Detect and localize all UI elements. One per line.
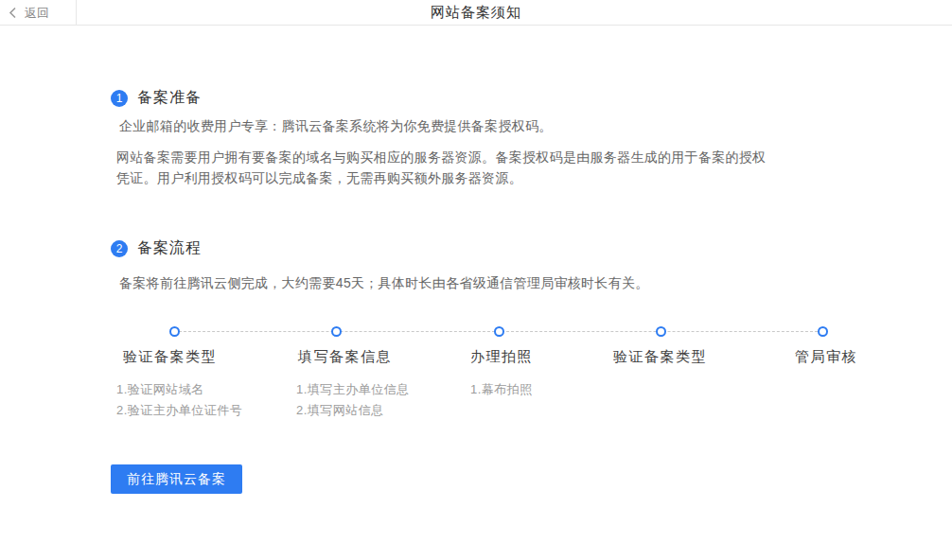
process-stepper: 验证备案类型 填写备案信息 办理拍照 验证备案类型 管局审核 1.验证网站域名 … <box>0 326 952 421</box>
step-label-authority-review: 管局审核 <box>795 348 857 366</box>
section-process-header: 2 备案流程 <box>111 238 202 258</box>
section-preparation-title: 备案准备 <box>137 88 202 108</box>
step-label-verify-type: 验证备案类型 <box>123 348 217 366</box>
step-marker-1 <box>169 326 180 337</box>
substeps-fill-info: 1.填写主办单位信息 2.填写网站信息 <box>296 379 410 421</box>
substep-item: 1.填写主办单位信息 <box>296 379 410 400</box>
preparation-paragraph-1: 企业邮箱的收费用户专享：腾讯云备案系统将为你免费提供备案授权码。 <box>119 115 553 136</box>
substep-item: 1.验证网站域名 <box>116 379 242 400</box>
substep-item: 1.幕布拍照 <box>470 379 533 400</box>
top-bar: 返回 网站备案须知 <box>0 0 952 26</box>
section-process-title: 备案流程 <box>137 238 202 258</box>
section-preparation-header: 1 备案准备 <box>111 88 202 108</box>
page-title: 网站备案须知 <box>0 0 952 26</box>
step-marker-5 <box>818 326 828 337</box>
step-marker-3 <box>494 326 504 337</box>
go-to-tencent-cloud-filing-button[interactable]: 前往腾讯云备案 <box>111 464 242 494</box>
step-number-badge: 1 <box>111 90 128 107</box>
step-number-badge: 2 <box>111 240 128 257</box>
substeps-verify-type: 1.验证网站域名 2.验证主办单位证件号 <box>116 379 242 421</box>
step-label-photo: 办理拍照 <box>470 348 533 366</box>
substep-item: 2.验证主办单位证件号 <box>116 400 242 421</box>
process-description: 备案将前往腾讯云侧完成，大约需要45天；具体时长由各省级通信管理局审核时长有关。 <box>119 272 649 293</box>
step-label-fill-info: 填写备案信息 <box>298 348 392 366</box>
substeps-photo: 1.幕布拍照 <box>470 379 533 400</box>
step-marker-4 <box>656 326 666 337</box>
substep-item: 2.填写网站信息 <box>296 400 410 421</box>
preparation-paragraph-2: 网站备案需要用户拥有要备案的域名与购买相应的服务器资源。备案授权码是由服务器生成… <box>116 147 766 188</box>
step-label-verify-type-2: 验证备案类型 <box>613 348 707 366</box>
step-marker-2 <box>331 326 342 337</box>
